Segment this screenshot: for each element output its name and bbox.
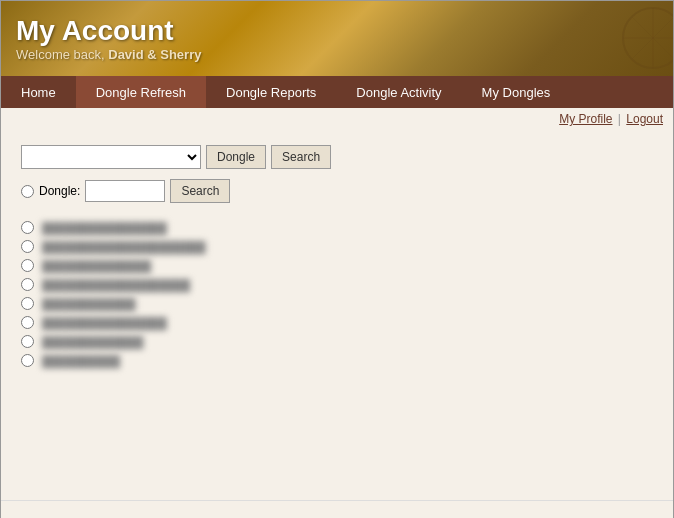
my-profile-link[interactable]: My Profile [559,112,612,126]
nav-my-dongles[interactable]: My Dongles [462,76,571,108]
nav-home[interactable]: Home [1,76,76,108]
nav-dongle-reports[interactable]: Dongle Reports [206,76,336,108]
dongle-input[interactable] [85,180,165,202]
list-item: ████████████████ [21,313,653,332]
result-text-3: ██████████████ [42,260,151,272]
footer: Privacy Policy Security Policy Swyrich C… [1,500,673,518]
dongle-radio[interactable] [21,185,34,198]
result-radio-3[interactable] [21,259,34,272]
list-item: ████████████████ [21,218,653,237]
top-links-bar: My Profile | Logout [1,108,673,130]
result-radio-7[interactable] [21,335,34,348]
search-row-dongle: Dongle: Search [21,179,653,203]
page-title: My Account [16,15,673,47]
header-banner: My Account Welcome back, David & Sherry [1,1,673,76]
main-window: My Account Welcome back, David & Sherry … [0,0,674,518]
search-row-dropdown: Dongle Search [21,145,653,169]
dongle-search-button[interactable]: Search [170,179,230,203]
user-name: David & Sherry [108,47,201,62]
list-item: █████████████ [21,332,653,351]
nav-dongle-activity[interactable]: Dongle Activity [336,76,461,108]
result-radio-1[interactable] [21,221,34,234]
main-content: Dongle Search Dongle: Search ███████████… [1,130,673,490]
list-item: ████████████ [21,294,653,313]
result-text-8: ██████████ [42,355,120,367]
result-radio-5[interactable] [21,297,34,310]
result-radio-2[interactable] [21,240,34,253]
result-text-4: ███████████████████ [42,279,190,291]
logout-link[interactable]: Logout [626,112,663,126]
search-button[interactable]: Search [271,145,331,169]
result-text-1: ████████████████ [42,222,167,234]
dongle-label: Dongle: [39,184,80,198]
result-text-7: █████████████ [42,336,143,348]
result-text-6: ████████████████ [42,317,167,329]
header-subtitle: Welcome back, David & Sherry [16,47,673,62]
nav-dongle-refresh[interactable]: Dongle Refresh [76,76,206,108]
result-text-5: ████████████ [42,298,136,310]
subtitle-prefix: Welcome back, [16,47,108,62]
dongle-button[interactable]: Dongle [206,145,266,169]
product-dropdown[interactable] [21,145,201,169]
result-radio-6[interactable] [21,316,34,329]
list-item: █████████████████████ [21,237,653,256]
results-list: ████████████████ █████████████████████ █… [21,218,653,370]
result-radio-4[interactable] [21,278,34,291]
list-item: ██████████ [21,351,653,370]
nav-bar: Home Dongle Refresh Dongle Reports Dongl… [1,76,673,108]
list-item: ███████████████████ [21,275,653,294]
result-text-2: █████████████████████ [42,241,206,253]
link-separator: | [618,112,624,126]
list-item: ██████████████ [21,256,653,275]
result-radio-8[interactable] [21,354,34,367]
